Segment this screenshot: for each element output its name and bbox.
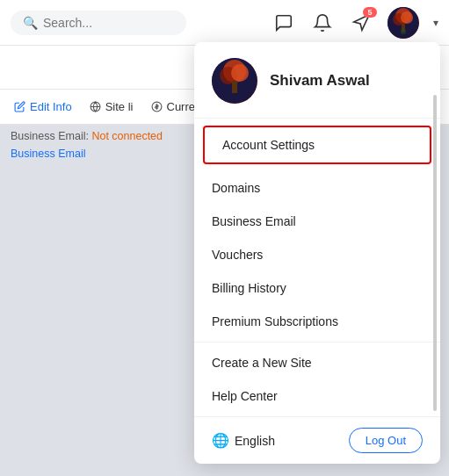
dropdown-header: Shivam Aswal <box>194 42 440 119</box>
dropdown-item-business-email[interactable]: Business Email <box>194 205 440 238</box>
header: 🔍 5 <box>0 0 449 46</box>
dropdown-item-vouchers[interactable]: Vouchers <box>194 238 440 271</box>
bell-icon-btn[interactable] <box>310 11 335 35</box>
logout-button[interactable]: Log Out <box>349 428 423 453</box>
user-avatar-btn[interactable] <box>387 7 419 39</box>
language-button[interactable]: 🌐 English <box>212 432 275 449</box>
scrollbar[interactable] <box>433 95 437 411</box>
edit-info-label: Edit Info <box>30 100 72 113</box>
not-connected-status: Not connected <box>91 130 163 142</box>
svg-point-12 <box>231 64 249 82</box>
dropdown-footer: 🌐 English Log Out <box>194 417 440 464</box>
account-settings-label: Account Settings <box>222 138 315 152</box>
dropdown-chevron[interactable]: ▾ <box>433 17 438 29</box>
dropdown-item-help-center[interactable]: Help Center <box>194 379 440 413</box>
language-label: English <box>235 434 275 448</box>
header-icons: 5 ▾ <box>272 7 438 39</box>
dropdown-item-premium-subscriptions[interactable]: Premium Subscriptions <box>194 305 440 338</box>
svg-rect-13 <box>232 81 237 93</box>
dropdown-item-create-site[interactable]: Create a New Site <box>194 346 440 379</box>
currency-button[interactable]: Curre <box>151 100 196 113</box>
account-settings-item[interactable]: Account Settings <box>203 126 431 164</box>
search-icon: 🔍 <box>23 16 38 30</box>
site-link-label: Site li <box>105 100 134 113</box>
dropdown-section-2: Create a New Site Help Center <box>194 343 440 417</box>
svg-point-3 <box>401 11 413 24</box>
business-email-notice: Business Email: Not connected Business E… <box>11 127 163 162</box>
business-email-text: Business Email: <box>11 130 91 142</box>
currency-label: Curre <box>167 100 196 113</box>
search-input[interactable] <box>43 16 166 30</box>
site-link-button[interactable]: Site li <box>90 100 134 113</box>
dropdown-avatar <box>212 58 257 104</box>
search-bar[interactable]: 🔍 <box>11 11 186 35</box>
megaphone-icon-btn[interactable]: 5 <box>349 11 373 35</box>
business-email-link[interactable]: Business Email <box>11 148 85 160</box>
dropdown-item-domains[interactable]: Domains <box>194 171 440 205</box>
dropdown-section-1: Domains Business Email Vouchers Billing … <box>194 168 440 343</box>
globe-icon: 🌐 <box>212 432 229 449</box>
notification-badge: 5 <box>363 7 377 18</box>
dropdown-item-billing-history[interactable]: Billing History <box>194 271 440 305</box>
svg-point-5 <box>401 29 406 34</box>
dropdown-username: Shivam Aswal <box>270 72 370 90</box>
edit-info-button[interactable]: Edit Info <box>14 100 72 113</box>
chat-icon-btn[interactable] <box>272 11 296 35</box>
dropdown-panel: Shivam Aswal Account Settings Domains Bu… <box>194 42 440 464</box>
